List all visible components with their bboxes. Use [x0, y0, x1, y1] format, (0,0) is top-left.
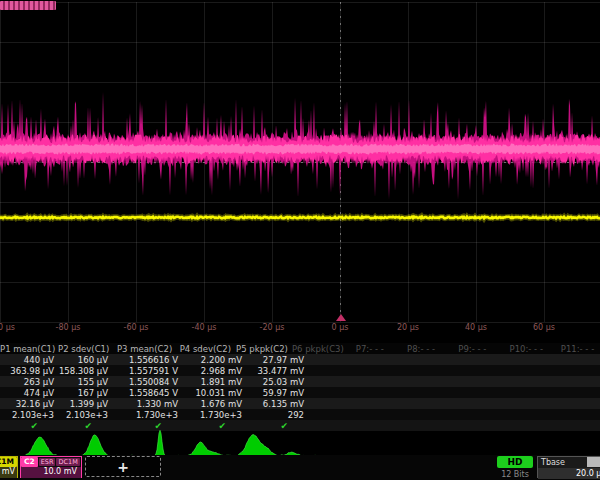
measurement-header[interactable]: P5 pkpk(C2) — [235, 344, 292, 354]
measurement-row: 440 µV160 µV1.556616 V2.200 mV27.97 mV — [0, 354, 600, 365]
measurement-value: 263 µV — [0, 377, 58, 387]
c1-coupling-badge: DC1M — [0, 457, 17, 467]
measurement-row: 474 µV167 µV1.558645 V10.031 mV59.97 mV — [0, 387, 600, 398]
measurement-value: 1.676 mV — [182, 399, 246, 409]
trigger-position-icon[interactable] — [336, 314, 346, 321]
x-axis-tick-label: -40 µs — [192, 323, 217, 332]
c2-channel-badge: C2 — [21, 457, 38, 467]
x-axis-tick-label: 0 µs — [332, 323, 349, 332]
measurement-value: 292 — [246, 410, 308, 420]
status-check-icon: ✔ — [112, 421, 182, 431]
measurement-header-inactive[interactable]: P7:- - - — [344, 344, 395, 354]
measurement-value: 1.550084 V — [112, 377, 182, 387]
gridline — [0, 322, 600, 323]
measurement-header-inactive[interactable]: P11:- - - — [549, 344, 600, 354]
measurement-value: 32.16 µV — [0, 399, 58, 409]
measurement-header-inactive[interactable]: P8:- - - — [395, 344, 446, 354]
histicon-strip — [0, 430, 600, 458]
measurement-value: 59.97 mV — [246, 388, 308, 398]
hd-mode-badge: HD — [497, 456, 533, 468]
measurement-value: 160 µV — [58, 355, 112, 365]
tbase-indicator — [587, 457, 600, 467]
measurement-value: 2.968 mV — [182, 366, 246, 376]
x-axis-tick-label: 60 µs — [533, 323, 555, 332]
measurement-value: 1.730e+3 — [182, 410, 246, 420]
channel-descriptor-c2[interactable]: C2 ESR DC1M 10.0 mV — [20, 456, 82, 478]
measurement-value: 363.98 µV — [0, 366, 58, 376]
measurement-value: 10.031 mV — [182, 388, 246, 398]
oscilloscope-screen: -100 µs-80 µs-60 µs-40 µs-20 µs0 µs20 µs… — [0, 0, 600, 480]
measurement-value: 158.308 µV — [58, 366, 112, 376]
measurement-value: 1.399 µV — [58, 399, 112, 409]
measurement-value: 1.557591 V — [112, 366, 182, 376]
measurement-header-inactive[interactable]: P6 pkpk(C3) — [292, 344, 344, 354]
measurement-row: 2.103e+32.103e+31.730e+31.730e+3292 — [0, 409, 600, 420]
hd-bits-label: 12 Bits — [492, 470, 538, 479]
x-axis-tick-label: 20 µs — [397, 323, 419, 332]
measurement-value: 167 µV — [58, 388, 112, 398]
channel-descriptor-c1[interactable]: DC1M 0 mV — [0, 456, 18, 478]
waveform-grid: -100 µs-80 µs-60 µs-40 µs-20 µs0 µs20 µs… — [0, 0, 600, 338]
x-axis-tick-label: -100 µs — [0, 323, 15, 332]
measurement-value: 474 µV — [0, 388, 58, 398]
measurement-value: 1.730e+3 — [112, 410, 182, 420]
status-check-icon: ✔ — [182, 421, 246, 431]
add-trace-button[interactable]: + — [85, 456, 161, 477]
measurement-value: 2.103e+3 — [0, 410, 58, 420]
tbase-value: 20.0 µs — [576, 469, 600, 478]
measurement-header-inactive[interactable]: P10:- - - — [498, 344, 549, 354]
histicon-trace[interactable] — [2, 430, 316, 456]
measurement-header-inactive[interactable]: P9:- - - — [446, 344, 497, 354]
measurement-value: 25.03 mV — [246, 377, 308, 387]
measurement-value: 2.103e+3 — [58, 410, 112, 420]
measurement-row: 263 µV155 µV1.550084 V1.891 mV25.03 mV — [0, 376, 600, 387]
measurement-value: 1.891 mV — [182, 377, 246, 387]
c2-esr-badge: ESR — [39, 458, 56, 467]
measurement-value: 6.135 mV — [246, 399, 308, 409]
measurement-value: 155 µV — [58, 377, 112, 387]
measurement-header[interactable]: P2 sdev(C1) — [58, 344, 112, 354]
x-axis-tick-label: -60 µs — [124, 323, 149, 332]
measurement-value: 33.477 mV — [246, 366, 308, 376]
trace-label-badge[interactable] — [0, 1, 56, 10]
x-axis-tick-label: 40 µs — [465, 323, 487, 332]
measurement-header[interactable]: P3 mean(C2) — [112, 344, 176, 354]
c1-trace[interactable] — [0, 217, 600, 219]
measurement-table: P1 mean(C1)P2 sdev(C1)P3 mean(C2)P4 sdev… — [0, 343, 600, 431]
measurement-value: 1.330 mV — [112, 399, 182, 409]
measurement-value: 1.556616 V — [112, 355, 182, 365]
bottom-bar: DC1M 0 mV C2 ESR DC1M 10.0 mV + HD 12 Bi… — [0, 455, 600, 480]
plus-icon: + — [117, 459, 129, 475]
x-axis-tick-label: -80 µs — [56, 323, 81, 332]
measurement-header[interactable]: P4 sdev(C2) — [176, 344, 235, 354]
measurement-header[interactable]: P1 mean(C1) — [0, 344, 58, 354]
c2-coupling-badge: DC1M — [56, 458, 79, 467]
status-check-icon: ✔ — [246, 421, 308, 431]
c2-volts-per-div: 10.0 mV — [21, 467, 81, 478]
status-check-icon: ✔ — [58, 421, 112, 431]
measurement-row: 363.98 µV158.308 µV1.557591 V2.968 mV33.… — [0, 365, 600, 376]
status-check-icon: ✔ — [0, 421, 58, 431]
measurement-value: 27.97 mV — [246, 355, 308, 365]
measurement-value: 440 µV — [0, 355, 58, 365]
measurement-row: 32.16 µV1.399 µV1.330 mV1.676 mV6.135 mV — [0, 398, 600, 409]
tbase-label: Tbase — [541, 458, 565, 467]
measurement-header-row: P1 mean(C1)P2 sdev(C1)P3 mean(C2)P4 sdev… — [0, 343, 600, 354]
timebase-descriptor[interactable]: Tbase 20.0 µs — [537, 456, 600, 478]
c1-volts-per-div: 0 mV — [0, 467, 17, 478]
measurement-value: 2.200 mV — [182, 355, 246, 365]
x-axis-tick-label: -20 µs — [260, 323, 285, 332]
measurement-value: 1.558645 V — [112, 388, 182, 398]
waveform-layer — [0, 0, 600, 322]
